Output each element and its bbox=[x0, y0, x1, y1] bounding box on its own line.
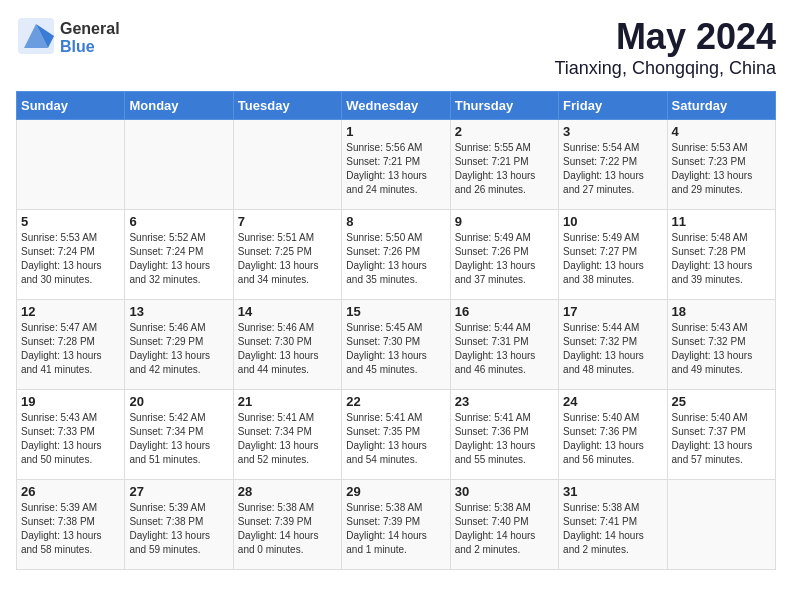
calendar-cell: 20Sunrise: 5:42 AM Sunset: 7:34 PM Dayli… bbox=[125, 390, 233, 480]
day-number: 11 bbox=[672, 214, 771, 229]
calendar-cell bbox=[233, 120, 341, 210]
calendar-cell: 23Sunrise: 5:41 AM Sunset: 7:36 PM Dayli… bbox=[450, 390, 558, 480]
weekday-header-wednesday: Wednesday bbox=[342, 92, 450, 120]
day-number: 24 bbox=[563, 394, 662, 409]
calendar-cell bbox=[125, 120, 233, 210]
weekday-header-row: SundayMondayTuesdayWednesdayThursdayFrid… bbox=[17, 92, 776, 120]
cell-info: Sunrise: 5:42 AM Sunset: 7:34 PM Dayligh… bbox=[129, 411, 228, 467]
calendar-cell: 11Sunrise: 5:48 AM Sunset: 7:28 PM Dayli… bbox=[667, 210, 775, 300]
calendar-cell: 17Sunrise: 5:44 AM Sunset: 7:32 PM Dayli… bbox=[559, 300, 667, 390]
calendar-cell: 30Sunrise: 5:38 AM Sunset: 7:40 PM Dayli… bbox=[450, 480, 558, 570]
day-number: 17 bbox=[563, 304, 662, 319]
calendar-cell: 2Sunrise: 5:55 AM Sunset: 7:21 PM Daylig… bbox=[450, 120, 558, 210]
calendar-cell: 24Sunrise: 5:40 AM Sunset: 7:36 PM Dayli… bbox=[559, 390, 667, 480]
day-number: 27 bbox=[129, 484, 228, 499]
calendar-cell: 19Sunrise: 5:43 AM Sunset: 7:33 PM Dayli… bbox=[17, 390, 125, 480]
cell-info: Sunrise: 5:47 AM Sunset: 7:28 PM Dayligh… bbox=[21, 321, 120, 377]
cell-info: Sunrise: 5:41 AM Sunset: 7:36 PM Dayligh… bbox=[455, 411, 554, 467]
cell-info: Sunrise: 5:38 AM Sunset: 7:39 PM Dayligh… bbox=[238, 501, 337, 557]
day-number: 7 bbox=[238, 214, 337, 229]
calendar-week-row-5: 26Sunrise: 5:39 AM Sunset: 7:38 PM Dayli… bbox=[17, 480, 776, 570]
day-number: 6 bbox=[129, 214, 228, 229]
day-number: 3 bbox=[563, 124, 662, 139]
calendar-cell: 6Sunrise: 5:52 AM Sunset: 7:24 PM Daylig… bbox=[125, 210, 233, 300]
title-area: May 2024 Tianxing, Chongqing, China bbox=[555, 16, 776, 79]
day-number: 31 bbox=[563, 484, 662, 499]
day-number: 5 bbox=[21, 214, 120, 229]
cell-info: Sunrise: 5:46 AM Sunset: 7:29 PM Dayligh… bbox=[129, 321, 228, 377]
cell-info: Sunrise: 5:38 AM Sunset: 7:39 PM Dayligh… bbox=[346, 501, 445, 557]
cell-info: Sunrise: 5:40 AM Sunset: 7:37 PM Dayligh… bbox=[672, 411, 771, 467]
calendar-cell: 8Sunrise: 5:50 AM Sunset: 7:26 PM Daylig… bbox=[342, 210, 450, 300]
calendar-cell: 3Sunrise: 5:54 AM Sunset: 7:22 PM Daylig… bbox=[559, 120, 667, 210]
cell-info: Sunrise: 5:41 AM Sunset: 7:34 PM Dayligh… bbox=[238, 411, 337, 467]
header: General Blue May 2024 Tianxing, Chongqin… bbox=[16, 16, 776, 79]
day-number: 28 bbox=[238, 484, 337, 499]
calendar-title: May 2024 bbox=[555, 16, 776, 58]
calendar-cell bbox=[667, 480, 775, 570]
day-number: 1 bbox=[346, 124, 445, 139]
calendar-cell: 13Sunrise: 5:46 AM Sunset: 7:29 PM Dayli… bbox=[125, 300, 233, 390]
calendar-cell: 27Sunrise: 5:39 AM Sunset: 7:38 PM Dayli… bbox=[125, 480, 233, 570]
logo: General Blue bbox=[16, 16, 120, 60]
cell-info: Sunrise: 5:52 AM Sunset: 7:24 PM Dayligh… bbox=[129, 231, 228, 287]
calendar-cell: 28Sunrise: 5:38 AM Sunset: 7:39 PM Dayli… bbox=[233, 480, 341, 570]
cell-info: Sunrise: 5:45 AM Sunset: 7:30 PM Dayligh… bbox=[346, 321, 445, 377]
cell-info: Sunrise: 5:53 AM Sunset: 7:24 PM Dayligh… bbox=[21, 231, 120, 287]
day-number: 30 bbox=[455, 484, 554, 499]
calendar-cell: 15Sunrise: 5:45 AM Sunset: 7:30 PM Dayli… bbox=[342, 300, 450, 390]
cell-info: Sunrise: 5:49 AM Sunset: 7:27 PM Dayligh… bbox=[563, 231, 662, 287]
cell-info: Sunrise: 5:43 AM Sunset: 7:33 PM Dayligh… bbox=[21, 411, 120, 467]
cell-info: Sunrise: 5:53 AM Sunset: 7:23 PM Dayligh… bbox=[672, 141, 771, 197]
calendar-table: SundayMondayTuesdayWednesdayThursdayFrid… bbox=[16, 91, 776, 570]
day-number: 10 bbox=[563, 214, 662, 229]
calendar-cell: 31Sunrise: 5:38 AM Sunset: 7:41 PM Dayli… bbox=[559, 480, 667, 570]
cell-info: Sunrise: 5:50 AM Sunset: 7:26 PM Dayligh… bbox=[346, 231, 445, 287]
day-number: 19 bbox=[21, 394, 120, 409]
weekday-header-tuesday: Tuesday bbox=[233, 92, 341, 120]
day-number: 13 bbox=[129, 304, 228, 319]
calendar-week-row-2: 5Sunrise: 5:53 AM Sunset: 7:24 PM Daylig… bbox=[17, 210, 776, 300]
day-number: 21 bbox=[238, 394, 337, 409]
cell-info: Sunrise: 5:49 AM Sunset: 7:26 PM Dayligh… bbox=[455, 231, 554, 287]
logo-icon bbox=[16, 16, 56, 60]
weekday-header-thursday: Thursday bbox=[450, 92, 558, 120]
calendar-cell: 5Sunrise: 5:53 AM Sunset: 7:24 PM Daylig… bbox=[17, 210, 125, 300]
day-number: 22 bbox=[346, 394, 445, 409]
day-number: 18 bbox=[672, 304, 771, 319]
calendar-cell: 25Sunrise: 5:40 AM Sunset: 7:37 PM Dayli… bbox=[667, 390, 775, 480]
cell-info: Sunrise: 5:43 AM Sunset: 7:32 PM Dayligh… bbox=[672, 321, 771, 377]
cell-info: Sunrise: 5:38 AM Sunset: 7:41 PM Dayligh… bbox=[563, 501, 662, 557]
cell-info: Sunrise: 5:39 AM Sunset: 7:38 PM Dayligh… bbox=[21, 501, 120, 557]
calendar-cell: 29Sunrise: 5:38 AM Sunset: 7:39 PM Dayli… bbox=[342, 480, 450, 570]
cell-info: Sunrise: 5:38 AM Sunset: 7:40 PM Dayligh… bbox=[455, 501, 554, 557]
day-number: 2 bbox=[455, 124, 554, 139]
cell-info: Sunrise: 5:39 AM Sunset: 7:38 PM Dayligh… bbox=[129, 501, 228, 557]
calendar-cell: 26Sunrise: 5:39 AM Sunset: 7:38 PM Dayli… bbox=[17, 480, 125, 570]
calendar-cell: 14Sunrise: 5:46 AM Sunset: 7:30 PM Dayli… bbox=[233, 300, 341, 390]
calendar-cell: 10Sunrise: 5:49 AM Sunset: 7:27 PM Dayli… bbox=[559, 210, 667, 300]
calendar-week-row-1: 1Sunrise: 5:56 AM Sunset: 7:21 PM Daylig… bbox=[17, 120, 776, 210]
cell-info: Sunrise: 5:44 AM Sunset: 7:31 PM Dayligh… bbox=[455, 321, 554, 377]
logo-words: General Blue bbox=[60, 20, 120, 55]
day-number: 25 bbox=[672, 394, 771, 409]
cell-info: Sunrise: 5:55 AM Sunset: 7:21 PM Dayligh… bbox=[455, 141, 554, 197]
weekday-header-monday: Monday bbox=[125, 92, 233, 120]
cell-info: Sunrise: 5:48 AM Sunset: 7:28 PM Dayligh… bbox=[672, 231, 771, 287]
weekday-header-friday: Friday bbox=[559, 92, 667, 120]
calendar-subtitle: Tianxing, Chongqing, China bbox=[555, 58, 776, 79]
cell-info: Sunrise: 5:41 AM Sunset: 7:35 PM Dayligh… bbox=[346, 411, 445, 467]
day-number: 29 bbox=[346, 484, 445, 499]
weekday-header-saturday: Saturday bbox=[667, 92, 775, 120]
day-number: 26 bbox=[21, 484, 120, 499]
day-number: 14 bbox=[238, 304, 337, 319]
calendar-cell: 21Sunrise: 5:41 AM Sunset: 7:34 PM Dayli… bbox=[233, 390, 341, 480]
day-number: 9 bbox=[455, 214, 554, 229]
cell-info: Sunrise: 5:56 AM Sunset: 7:21 PM Dayligh… bbox=[346, 141, 445, 197]
calendar-cell: 16Sunrise: 5:44 AM Sunset: 7:31 PM Dayli… bbox=[450, 300, 558, 390]
calendar-week-row-3: 12Sunrise: 5:47 AM Sunset: 7:28 PM Dayli… bbox=[17, 300, 776, 390]
calendar-cell: 18Sunrise: 5:43 AM Sunset: 7:32 PM Dayli… bbox=[667, 300, 775, 390]
calendar-cell: 1Sunrise: 5:56 AM Sunset: 7:21 PM Daylig… bbox=[342, 120, 450, 210]
day-number: 15 bbox=[346, 304, 445, 319]
cell-info: Sunrise: 5:54 AM Sunset: 7:22 PM Dayligh… bbox=[563, 141, 662, 197]
